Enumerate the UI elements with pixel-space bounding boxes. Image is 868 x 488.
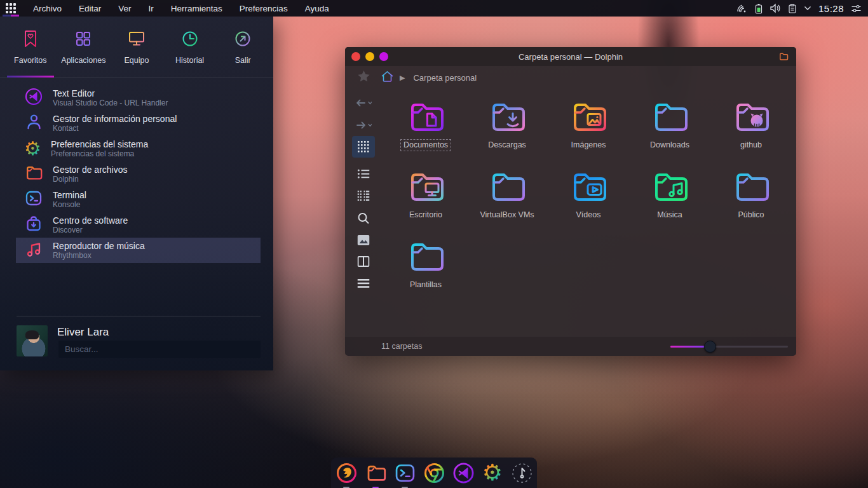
folder-download-icon [487,97,527,137]
app-subtitle: Visual Studio Code - URL Handler [53,98,168,107]
list-item-konsole[interactable]: TerminalKonsole [16,187,261,212]
person-icon [24,112,43,134]
history-clock-icon [180,29,200,51]
software-bag-icon [24,214,43,236]
titlebar[interactable]: Carpeta personal — Dolphin [345,47,796,66]
konsole-icon[interactable] [393,461,417,485]
folder-documentos[interactable]: Documentos [385,92,466,161]
bookmark-heart-icon [22,29,39,51]
folder-icon [731,166,771,207]
folder-icon [405,236,446,277]
home-icon[interactable] [381,70,394,85]
preview-icon[interactable] [358,235,370,248]
folder-github[interactable]: github [710,92,792,161]
folder-music-icon [649,166,690,207]
split-view-icon[interactable] [358,256,370,269]
battery-icon[interactable] [755,3,763,14]
tab-label: Aplicaciones [61,56,105,65]
firefox-icon[interactable] [335,461,358,485]
apps-grid-icon [74,29,92,51]
minimize-button[interactable] [365,52,374,61]
tab-equipo[interactable]: Equipo [110,17,163,77]
folder-musica[interactable]: Música [629,161,710,231]
forward-icon[interactable] [355,120,372,132]
latte-settings-icon[interactable] [851,4,862,13]
maximize-button[interactable] [379,52,388,61]
list-item-discover[interactable]: Centro de softwareDiscover [16,212,261,238]
wifi-icon[interactable] [736,3,748,13]
folder-descargas[interactable]: Descargas [466,92,548,161]
menu-editar[interactable]: Editar [79,4,101,13]
avatar[interactable] [17,325,48,356]
vscode-icon[interactable] [452,461,475,485]
gear-icon: ⚙ [24,139,41,158]
dolphin-window: Carpeta personal — Dolphin ▶ Carpeta per… [345,47,796,356]
tab-favoritos[interactable]: Favoritos [4,17,57,77]
clock[interactable]: 15:28 [818,3,844,14]
compact-view-icon[interactable] [358,191,370,203]
slider-handle[interactable] [704,341,716,353]
folder-virtualbox-vms[interactable]: VirtualBox VMs [466,161,548,231]
list-item-dolphin[interactable]: Gestor de archivosDolphin [16,161,261,187]
menu-ir[interactable]: Ir [149,4,154,13]
folder-imagenes[interactable]: Imágenes [548,92,629,161]
search-icon[interactable] [358,212,370,227]
toolbar-rail [345,89,382,337]
app-subtitle: Kontact [53,124,177,133]
zoom-slider[interactable] [670,341,788,352]
app-launcher-button[interactable] [0,0,22,17]
tab-historial[interactable]: Historial [163,17,217,77]
list-item-rhythmbox[interactable]: Reproductor de músicaRhythmbox [16,238,261,263]
list-item-kontact[interactable]: Gestor de información personalKontact [16,111,261,136]
leave-icon [233,29,252,51]
menu-archivo[interactable]: Archivo [33,4,62,13]
dolphin-folder-icon[interactable] [364,461,388,485]
folder-plantillas[interactable]: Plantillas [385,231,466,301]
menu-herramientas[interactable]: Herramientas [171,4,222,13]
list-item-preferencias[interactable]: ⚙ Preferencias del sistemaPreferencias d… [16,136,261,161]
tab-label: Salir [235,56,251,65]
breadcrumb[interactable]: Carpeta personal [413,73,477,83]
volume-icon[interactable] [770,3,781,13]
status-text: 11 carpetas [381,342,422,351]
chevron-right-icon: ▶ [400,74,405,82]
tab-aplicaciones[interactable]: Aplicaciones [57,17,111,77]
app-title: Terminal [53,190,86,200]
apps-grid-icon [6,3,16,13]
tab-label: Historial [175,56,204,65]
folder-label: Público [736,210,767,220]
app-title: Gestor de información personal [53,114,177,124]
folder-publico[interactable]: Público [710,161,792,231]
icons-view-icon[interactable] [358,141,369,155]
close-button[interactable] [351,52,360,61]
list-item-text-editor[interactable]: Text EditorVisual Studio Code - URL Hand… [16,85,261,111]
menu-ayuda[interactable]: Ayuda [305,4,329,13]
back-icon[interactable] [355,98,372,109]
launcher-active-indicator [3,15,19,17]
search-input[interactable] [58,341,261,358]
folder-github-icon [731,97,771,137]
settings-gear-icon[interactable]: ⚙ [481,461,505,485]
clipboard-icon[interactable] [788,3,797,14]
latte-edit-icon[interactable] [510,461,534,485]
status-bar: 11 carpetas [345,337,796,356]
menu-ver[interactable]: Ver [118,4,131,13]
folder-icon [24,163,43,185]
task-indicator [372,487,379,488]
folder-downloads[interactable]: Downloads [629,92,710,161]
chrome-icon[interactable] [423,461,446,485]
folder-label: VirtualBox VMs [477,210,536,220]
chevron-down-icon[interactable] [804,6,811,11]
star-icon[interactable] [358,71,370,85]
menu-icon[interactable] [358,279,370,290]
folder-label: Documentos [401,140,451,151]
folder-monitor-icon [405,166,446,207]
folder-icon [649,97,690,137]
folder-videos[interactable]: Vídeos [548,161,629,231]
list-view-icon[interactable] [358,169,370,181]
folder-escritorio[interactable]: Escritorio [385,161,466,231]
menu-preferencias[interactable]: Preferencias [240,4,288,13]
tab-salir[interactable]: Salir [216,17,269,77]
window-title: Carpeta personal — Dolphin [345,52,796,62]
app-subtitle: Discover [53,226,128,234]
